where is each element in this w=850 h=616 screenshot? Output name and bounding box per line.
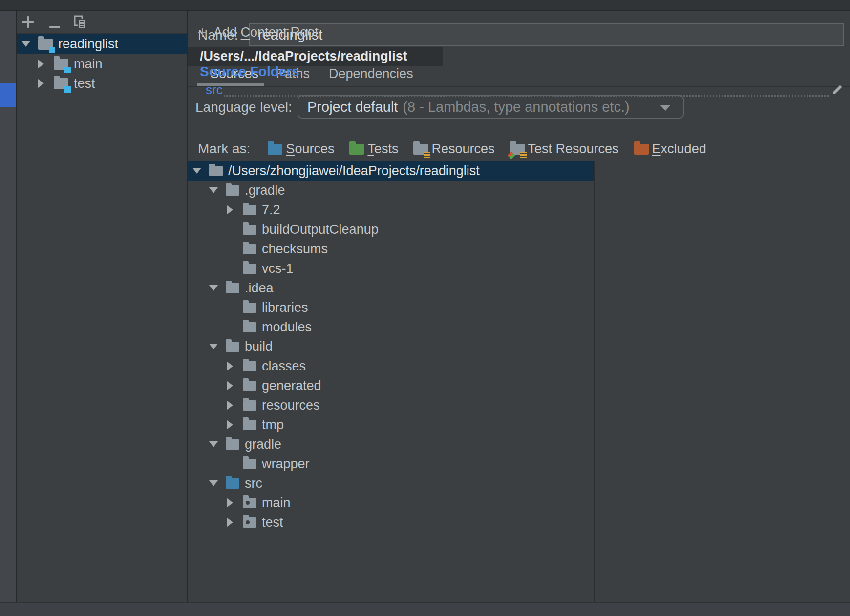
tree-item-label: modules bbox=[262, 320, 312, 335]
tree-row[interactable]: .idea bbox=[188, 278, 594, 298]
folder-dot-icon bbox=[243, 517, 256, 528]
tree-item-label: test bbox=[74, 76, 95, 91]
modules-sidebar: readinglistmaintest bbox=[17, 11, 187, 616]
add-content-root-button[interactable]: Add Content Root bbox=[198, 22, 319, 42]
tree-row[interactable]: vcs-1 bbox=[188, 259, 594, 278]
tree-item-label: wrapper bbox=[262, 456, 310, 472]
collapsed-arrow-icon[interactable] bbox=[227, 420, 233, 429]
collapsed-arrow-icon[interactable] bbox=[38, 79, 44, 88]
arrow-slot bbox=[226, 420, 243, 429]
language-level-label: Language level: bbox=[195, 100, 292, 115]
expanded-arrow-icon[interactable] bbox=[192, 168, 201, 174]
tree-row[interactable]: classes bbox=[188, 356, 594, 376]
plus-icon bbox=[198, 28, 207, 37]
language-level-value: Project default bbox=[307, 99, 398, 115]
collapsed-arrow-icon[interactable] bbox=[227, 362, 233, 370]
dotted-leader bbox=[224, 83, 829, 97]
sources-folder-icon bbox=[268, 144, 282, 155]
collapsed-arrow-icon[interactable] bbox=[227, 518, 233, 527]
test-resources-folder-icon bbox=[510, 144, 525, 155]
language-level-dropdown[interactable]: Project default (8 - Lambdas, type annot… bbox=[298, 95, 684, 119]
tree-row[interactable]: gradle bbox=[188, 434, 594, 454]
tree-item-label: .gradle bbox=[245, 183, 285, 198]
tree-row[interactable]: .gradle bbox=[188, 181, 594, 200]
language-level-hint: (8 - Lambdas, type annotations etc.) bbox=[403, 99, 629, 115]
tree-row[interactable]: build bbox=[188, 337, 594, 356]
content-root-path-row[interactable]: /Users/.../IdeaProjects/readinglist bbox=[188, 47, 443, 66]
mark-as-excluded[interactable]: Excluded bbox=[634, 142, 706, 157]
arrow-slot bbox=[209, 187, 226, 193]
edit-pencil-icon[interactable] bbox=[831, 84, 843, 96]
tree-row[interactable]: 7.2 bbox=[188, 200, 594, 220]
collapsed-arrow-icon[interactable] bbox=[227, 381, 233, 390]
modules-tree: readinglistmaintest bbox=[17, 34, 187, 93]
tree-row[interactable]: test bbox=[188, 513, 594, 532]
tree-item-label: generated bbox=[262, 378, 321, 393]
add-module-icon[interactable] bbox=[22, 16, 34, 28]
folder-icon bbox=[243, 264, 256, 274]
tree-item-label: .idea bbox=[245, 281, 274, 296]
expanded-arrow-icon[interactable] bbox=[209, 480, 218, 486]
dialog-sidebar-selection-indicator bbox=[0, 83, 16, 107]
collapsed-arrow-icon[interactable] bbox=[227, 401, 233, 410]
mark-as-sources[interactable]: Sources bbox=[268, 142, 334, 157]
tree-row[interactable]: src bbox=[188, 473, 594, 493]
tree-item-label: classes bbox=[262, 359, 306, 374]
mark-as-test-resources[interactable]: Test Resources bbox=[510, 142, 619, 157]
tree-row[interactable]: modules bbox=[188, 317, 594, 337]
tree-row[interactable]: /Users/zhongjiawei/IdeaProjects/readingl… bbox=[188, 161, 594, 181]
resource-lines-icon bbox=[520, 152, 527, 158]
mark-as-item-label: Tests bbox=[367, 142, 398, 157]
tests-folder-icon bbox=[349, 144, 364, 155]
module-icon bbox=[54, 59, 68, 70]
mark-as-item-label: Test Resources bbox=[528, 142, 619, 157]
tree-item-label: /Users/zhongjiawei/IdeaProjects/readingl… bbox=[228, 164, 480, 179]
module-name-input[interactable] bbox=[249, 23, 844, 46]
mark-as-row: Mark as: SourcesTestsResourcesTest Resou… bbox=[198, 139, 722, 159]
tree-item-label: main bbox=[262, 495, 291, 511]
collapsed-arrow-icon[interactable] bbox=[227, 498, 233, 507]
expanded-arrow-icon[interactable] bbox=[209, 344, 218, 349]
tree-item-label: libraries bbox=[262, 300, 308, 315]
tree-row[interactable]: buildOutputCleanup bbox=[188, 220, 594, 239]
copy-module-icon[interactable] bbox=[74, 15, 87, 32]
tree-item-label: tmp bbox=[262, 417, 284, 432]
expanded-arrow-icon[interactable] bbox=[21, 41, 30, 47]
expanded-arrow-icon[interactable] bbox=[209, 187, 218, 193]
collapsed-arrow-icon[interactable] bbox=[227, 205, 233, 214]
folder-icon bbox=[243, 244, 256, 254]
expanded-arrow-icon[interactable] bbox=[209, 441, 218, 447]
tree-row[interactable]: libraries bbox=[188, 298, 594, 317]
mark-as-item-label: Excluded bbox=[652, 142, 706, 157]
resources-folder-icon bbox=[413, 144, 428, 155]
collapsed-arrow-icon[interactable] bbox=[38, 60, 44, 68]
arrow-slot bbox=[192, 168, 209, 174]
arrow-slot bbox=[226, 518, 243, 527]
folder-icon bbox=[243, 361, 256, 371]
dialog-titlebar: Project Structure bbox=[0, 0, 850, 10]
tree-row[interactable]: checksums bbox=[188, 239, 594, 259]
mark-as-resources[interactable]: Resources bbox=[413, 142, 494, 157]
folder-icon bbox=[243, 381, 256, 391]
modules-toolbar bbox=[17, 11, 187, 33]
source-folder-row[interactable]: src bbox=[206, 82, 843, 98]
expanded-arrow-icon[interactable] bbox=[209, 285, 218, 291]
chevron-down-icon bbox=[660, 105, 671, 111]
mark-as-tests[interactable]: Tests bbox=[349, 142, 398, 157]
tree-row[interactable]: main bbox=[17, 54, 187, 74]
tree-row[interactable]: test bbox=[17, 74, 187, 93]
tree-row[interactable]: readinglist bbox=[17, 34, 187, 54]
dialog-bottom-edge bbox=[0, 603, 850, 616]
tree-row[interactable]: wrapper bbox=[188, 454, 594, 473]
folder-dot-icon bbox=[243, 498, 256, 508]
folder-icon bbox=[243, 459, 256, 469]
tree-row[interactable]: generated bbox=[188, 376, 594, 395]
remove-module-icon[interactable] bbox=[49, 26, 60, 28]
tree-row[interactable]: tmp bbox=[188, 415, 594, 434]
tab-dependencies[interactable]: Dependencies bbox=[329, 66, 413, 82]
source-folders-header: Source Folders bbox=[200, 64, 299, 80]
resource-lines-icon bbox=[424, 152, 430, 158]
tree-row[interactable]: resources bbox=[188, 395, 594, 415]
tree-row[interactable]: main bbox=[188, 493, 594, 513]
tree-item-label: resources bbox=[262, 398, 320, 413]
